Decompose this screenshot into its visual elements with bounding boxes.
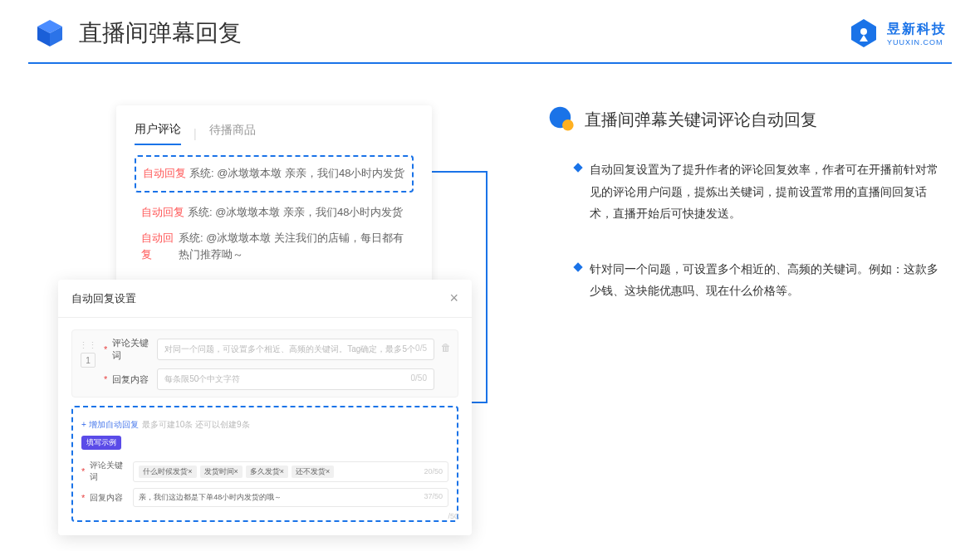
comment-row: 自动回复 系统: @冰墩墩本墩 亲亲，我们48小时内发货: [141, 204, 407, 222]
svg-point-3: [860, 28, 867, 35]
keyword-label: 评论关键词: [112, 337, 152, 362]
comment-row: 自动回复 系统: @冰墩墩本墩 亲亲，我们48小时内发货: [143, 165, 405, 183]
example-content-text: 亲，我们这边都是下单48小时内发货的哦～ 37/50: [133, 488, 448, 507]
comments-card: 用户评论 | 待播商品 自动回复 系统: @冰墩墩本墩 亲亲，我们48小时内发货…: [116, 105, 432, 289]
highlighted-comment: 自动回复 系统: @冰墩墩本墩 亲亲，我们48小时内发货: [135, 155, 414, 193]
main-content: 用户评论 | 待播商品 自动回复 系统: @冰墩墩本墩 亲亲，我们48小时内发货…: [0, 64, 980, 504]
drag-handle-icon[interactable]: ⋮⋮: [79, 340, 97, 351]
example-content-row: * 回复内容 亲，我们这边都是下单48小时内发货的哦～ 37/50: [81, 488, 448, 507]
required-mark: *: [104, 374, 107, 384]
close-icon[interactable]: ×: [449, 290, 458, 307]
form-block: ⋮⋮ 1 * 评论关键词 对同一个问题，可设置多个相近、高频的关键词。Tag确定…: [71, 329, 458, 397]
connector-line-2: [470, 402, 488, 403]
brand-icon: [847, 17, 880, 50]
tab-separator: |: [194, 127, 197, 140]
required-mark: *: [81, 493, 85, 503]
modal-body: ⋮⋮ 1 * 评论关键词 对同一个问题，可设置多个相近、高频的关键词。Tag确定…: [58, 318, 472, 535]
bullet-item: 针对同一个问题，可设置多个相近的、高频的关键词。例如：这款多少钱、这块能优惠吗、…: [548, 258, 947, 302]
keyword-pill[interactable]: 什么时候发货×: [139, 466, 196, 478]
content-label: 回复内容: [112, 373, 152, 386]
keyword-input[interactable]: 对同一个问题，可设置多个相近、高频的关键词。Tag确定，最多5个 0/5: [157, 339, 434, 360]
keyword-counter: 20/50: [424, 467, 443, 475]
example-block: + 增加自动回复 最多可建10条 还可以创建9条 填写示例 * 评论关键词 什么…: [71, 406, 458, 522]
bullet-item: 自动回复设置为了提升作者的评论回复效率，作者可在开播前针对常见的评论用户问题，提…: [548, 158, 947, 225]
auto-reply-tag: 自动回复: [143, 165, 186, 183]
keyword-pill[interactable]: 多久发货×: [246, 466, 288, 478]
required-mark: *: [81, 466, 85, 476]
svg-point-5: [562, 119, 574, 131]
auto-reply-modal: 自动回复设置 × ⋮⋮ 1 * 评论关键词 对同一个问题，可设置多个相近、高频: [58, 280, 472, 535]
left-panel: 用户评论 | 待播商品 自动回复 系统: @冰墩墩本墩 亲亲，我们48小时内发货…: [58, 105, 473, 504]
index-box: 1: [81, 353, 96, 368]
bottom-counter: /50: [448, 512, 458, 520]
diamond-icon: [573, 163, 582, 172]
bullet-text: 自动回复设置为了提升作者的评论回复效率，作者可在开播前针对常见的评论用户问题，提…: [590, 158, 947, 225]
required-mark: *: [104, 344, 107, 354]
example-keyword-row: * 评论关键词 什么时候发货× 发货时间× 多久发货× 还不发货× 20/50: [81, 460, 448, 483]
brand-text: 昱新科技 YUUXIN.COM: [887, 21, 947, 46]
content-row: * 回复内容 每条限50个中文字符 0/50: [104, 368, 434, 390]
delete-icon[interactable]: 🗑: [441, 337, 451, 354]
page-title: 直播间弹幕回复: [79, 17, 242, 49]
example-badge: 填写示例: [81, 436, 121, 450]
right-panel: 直播间弹幕关键词评论自动回复 自动回复设置为了提升作者的评论回复效率，作者可在开…: [540, 105, 947, 504]
brand-name: 昱新科技: [887, 21, 947, 38]
modal-title: 自动回复设置: [71, 291, 136, 306]
keyword-pills: 什么时候发货× 发货时间× 多久发货× 还不发货× 20/50: [133, 461, 448, 482]
keyword-pill[interactable]: 发货时间×: [200, 466, 243, 478]
tab-products[interactable]: 待播商品: [209, 123, 256, 144]
comment-text: 系统: @冰墩墩本墩 亲亲，我们48小时内发货: [188, 204, 404, 222]
modal-header: 自动回复设置 ×: [58, 280, 472, 318]
content-input[interactable]: 每条限50个中文字符 0/50: [157, 368, 434, 390]
section-header: 直播间弹幕关键词评论自动回复: [548, 105, 947, 134]
keyword-row: * 评论关键词 对同一个问题，可设置多个相近、高频的关键词。Tag确定，最多5个…: [104, 337, 434, 362]
tabs: 用户评论 | 待播商品: [135, 122, 414, 145]
drag-column: ⋮⋮ 1: [79, 337, 97, 368]
ex-content-label: 回复内容: [90, 492, 128, 504]
section-title: 直播间弹幕关键词评论自动回复: [585, 109, 817, 131]
brand-url: YUUXIN.COM: [887, 38, 947, 46]
comment-list: 自动回复 系统: @冰墩墩本墩 亲亲，我们48小时内发货 自动回复 系统: @冰…: [135, 204, 414, 264]
page-header: 直播间弹幕回复 昱新科技 YUUXIN.COM: [0, 0, 980, 50]
chat-bubble-icon: [548, 105, 576, 134]
header-left: 直播间弹幕回复: [33, 17, 242, 50]
comment-text: 系统: @冰墩墩本墩 亲亲，我们48小时内发货: [189, 165, 405, 183]
diamond-icon: [573, 262, 582, 271]
comment-text: 系统: @冰墩墩本墩 关注我们的店铺，每日都有热门推荐呦～: [179, 230, 407, 265]
cube-icon: [33, 17, 66, 50]
add-hint: 最多可建10条 还可以创建9条: [142, 420, 249, 429]
auto-reply-tag: 自动回复: [141, 204, 184, 222]
tab-comments[interactable]: 用户评论: [135, 122, 181, 145]
keyword-pill[interactable]: 还不发货×: [292, 466, 334, 478]
auto-reply-tag: 自动回复: [141, 230, 175, 265]
comment-row: 自动回复 系统: @冰墩墩本墩 关注我们的店铺，每日都有热门推荐呦～: [141, 230, 407, 265]
bullet-text: 针对同一个问题，可设置多个相近的、高频的关键词。例如：这款多少钱、这块能优惠吗、…: [590, 258, 947, 302]
add-reply-link[interactable]: + 增加自动回复: [81, 420, 139, 429]
brand: 昱新科技 YUUXIN.COM: [847, 17, 947, 50]
form-rows: * 评论关键词 对同一个问题，可设置多个相近、高频的关键词。Tag确定，最多5个…: [104, 337, 434, 390]
ex-keyword-label: 评论关键词: [90, 460, 128, 483]
